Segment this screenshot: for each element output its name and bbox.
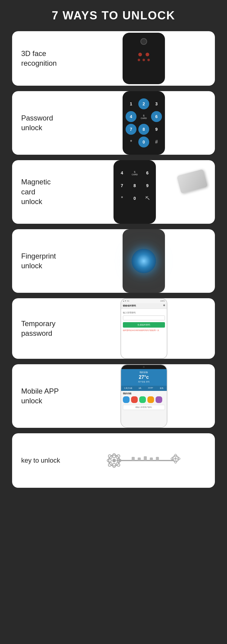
card-fingerprint: Fingerprint unlock — [12, 229, 215, 293]
app-icon-3 — [139, 396, 146, 403]
card-key-label: key to unlock — [12, 450, 73, 471]
svg-point-9 — [113, 463, 116, 467]
key-star: * — [126, 137, 137, 147]
key-0: 0 — [138, 137, 149, 147]
key-5-card: 5CARD — [138, 111, 149, 122]
face-dot-sm-3 — [147, 59, 150, 61]
notch-dot — [143, 366, 145, 368]
key-svg — [101, 448, 186, 473]
card-temporary-image: ▲▼ 4G 100% 锁秘·临时密码 ⚙ 输入管理密码 生成临时密码 临时密码在… — [73, 298, 215, 359]
temp-input-box — [123, 315, 165, 320]
mag-key-5-card: 5CARD — [129, 167, 140, 178]
card-face-label: 3D face recognition — [12, 43, 73, 74]
card-temporary: Temporary password ▲▼ 4G 100% 锁秘·临时密码 ⚙ … — [12, 298, 215, 359]
card-magnetic: Magnetic card unlock 4 5CARD 6 7 8 9 * 0… — [12, 160, 215, 224]
key-2: 2 — [138, 98, 149, 109]
key-3: 3 — [151, 98, 162, 109]
card-magnetic-image: 4 5CARD 6 7 8 9 * 0 ⛏ — [73, 160, 215, 224]
mag-key-0: 0 — [129, 193, 140, 204]
face-dots — [138, 53, 149, 56]
temp-input-label: 输入管理密码 — [123, 311, 165, 314]
app-phone: 我的设备 27°c 用户设备·录码 5 风力5级 9风 22/28° 蓝色 我的… — [120, 364, 167, 428]
card-magnetic-label: Magnetic card unlock — [12, 171, 73, 213]
mag-key-star: * — [117, 193, 127, 204]
face-dot-2 — [146, 53, 149, 56]
card-password-image: 1 2 3 4 5CARD 6 7 8 9 * 0 # — [73, 91, 215, 155]
card-temporary-label: Temporary password — [12, 313, 73, 345]
face-dot-sm-1 — [138, 59, 140, 61]
key-hash: # — [151, 137, 162, 147]
app-subtitle: 用户设备·录码 — [123, 381, 164, 383]
temp-header: 锁秘·临时密码 ⚙ — [121, 303, 167, 309]
app-stats: 5 风力5级 9风 22/28° 蓝色 — [121, 386, 167, 391]
app-body: 我的功能 请输入管理用户密码: — [121, 391, 167, 427]
magnetic-keypad: 4 5CARD 6 7 8 9 * 0 ⛏ — [117, 167, 153, 216]
svg-point-8 — [113, 454, 116, 458]
card-key-image — [73, 433, 215, 488]
app-input-note: 请输入管理用户密码: — [123, 405, 165, 410]
mag-key-4: 4 — [117, 167, 127, 178]
app-icon-5 — [156, 396, 162, 403]
temp-note: 临时密码在30分钟内有效时间内只能使用一次 — [123, 329, 165, 332]
face-dot-sm-2 — [143, 59, 145, 61]
app-header-title: 我的设备 — [123, 371, 164, 374]
card-password-label: Password unlock — [12, 107, 73, 139]
key-1: 1 — [126, 98, 137, 109]
mag-key-6: 6 — [142, 167, 153, 178]
temp-statusbar: ▲▼ 4G 100% — [121, 299, 167, 303]
app-icon-2 — [131, 396, 138, 403]
app-header: 我的设备 27°c 用户设备·录码 — [121, 369, 167, 386]
face-phone — [123, 33, 165, 84]
card-face-image — [73, 31, 215, 86]
keypad-phone: 1 2 3 4 5CARD 6 7 8 9 * 0 # — [123, 91, 165, 155]
key-8: 8 — [138, 124, 149, 135]
magnetic-keypad-phone: 4 5CARD 6 7 8 9 * 0 ⛏ — [113, 160, 156, 224]
svg-rect-3 — [144, 456, 147, 461]
key-6: 6 — [151, 111, 162, 122]
mag-key-icons: ⛏ — [142, 193, 153, 204]
camera-icon — [140, 38, 147, 45]
svg-point-17 — [175, 458, 176, 460]
temp-body: 输入管理密码 生成临时密码 临时密码在30分钟内有效时间内只能使用一次 — [121, 309, 167, 358]
card-app: Mobile APP unlock 我的设备 27°c 用户设备·录码 5 风力… — [12, 364, 215, 428]
key-9: 9 — [151, 124, 162, 135]
card-face: 3D face recognition — [12, 31, 215, 86]
card-app-label: Mobile APP unlock — [12, 380, 73, 412]
svg-rect-5 — [156, 457, 159, 461]
key-7: 7 — [126, 124, 137, 135]
key-4: 4 — [126, 111, 137, 122]
mag-key-8: 8 — [129, 180, 140, 191]
fingerprint-glow — [132, 249, 156, 273]
app-section-title: 我的功能 — [123, 392, 165, 395]
app-icon-4 — [147, 396, 154, 403]
card-fingerprint-image — [73, 229, 215, 293]
card-app-image: 我的设备 27°c 用户设备·录码 5 风力5级 9风 22/28° 蓝色 我的… — [73, 364, 215, 428]
card-fingerprint-label: Fingerprint unlock — [12, 245, 73, 277]
card-password: Password unlock 1 2 3 4 5CARD 6 7 8 9 * … — [12, 91, 215, 155]
app-icons-row — [123, 396, 165, 403]
app-temp: 27°c — [123, 375, 164, 380]
face-dots-row2 — [138, 59, 150, 61]
face-dot-1 — [138, 53, 142, 56]
svg-rect-2 — [138, 457, 141, 461]
temp-gen-button[interactable]: 生成临时密码 — [123, 322, 165, 328]
card-key: key to unlock — [12, 433, 215, 488]
fingerprint-device — [123, 229, 165, 293]
page-title: 7 WAYS TO UNLOCK — [12, 9, 215, 22]
app-icon-1 — [123, 396, 130, 403]
magnetic-card — [177, 169, 208, 193]
temp-phone: ▲▼ 4G 100% 锁秘·临时密码 ⚙ 输入管理密码 生成临时密码 临时密码在… — [120, 298, 167, 359]
svg-point-7 — [112, 459, 116, 462]
svg-rect-1 — [132, 457, 135, 461]
svg-rect-4 — [150, 457, 153, 461]
app-phone-notch — [121, 365, 167, 369]
mag-key-7: 7 — [117, 180, 127, 191]
mag-key-9: 9 — [142, 180, 153, 191]
svg-point-10 — [107, 459, 111, 462]
keypad: 1 2 3 4 5CARD 6 7 8 9 * 0 # — [126, 98, 162, 147]
